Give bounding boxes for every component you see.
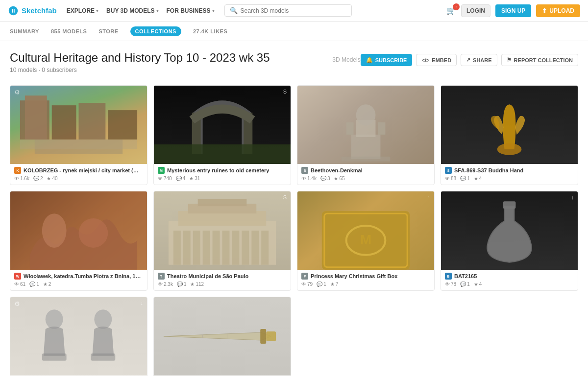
views-count: 2.3k bbox=[164, 282, 173, 287]
svg-point-19 bbox=[79, 218, 108, 248]
svg-rect-44 bbox=[266, 331, 276, 341]
model-card[interactable]: B Beethoven-Denkmal 👁 1.4k 💬 3 ★ 65 bbox=[297, 85, 435, 185]
model-name: Beethoven-Denkmal bbox=[311, 167, 430, 173]
subnav-item-store[interactable]: STORE bbox=[98, 26, 118, 36]
model-icon: P bbox=[301, 273, 308, 280]
flag-icon: ⚑ bbox=[507, 57, 512, 63]
subnav-item-collections[interactable]: COLLECTIONS bbox=[130, 26, 181, 36]
comment-icon: 💬 bbox=[176, 176, 182, 181]
likes-count: 40 bbox=[52, 176, 57, 181]
svg-rect-14 bbox=[378, 122, 385, 135]
cart-button[interactable]: 🛒 ! bbox=[446, 6, 456, 15]
views-stat: 👁 88 bbox=[445, 176, 456, 181]
views-stat: 👁 61 bbox=[14, 282, 25, 287]
subnav-item-summary[interactable]: SUMMARY bbox=[10, 26, 39, 36]
eye-icon: 👁 bbox=[158, 282, 163, 287]
thumb-content bbox=[154, 297, 291, 376]
model-thumbnail bbox=[10, 191, 147, 270]
thumb-content bbox=[154, 86, 291, 164]
nav-buy-models[interactable]: BUY 3D MODELS ▾ bbox=[106, 7, 158, 14]
svg-rect-27 bbox=[203, 231, 210, 265]
login-button[interactable]: LOGIN bbox=[461, 4, 490, 17]
model-info: W Włocławek, katedra.Tumba Piotra z Bnin… bbox=[10, 270, 147, 290]
model-name-row: S SFA-869-S37 Buddha Hand bbox=[445, 167, 574, 174]
star-icon: ★ bbox=[330, 282, 335, 287]
model-thumbnail bbox=[154, 297, 291, 376]
share-button[interactable]: ↗ SHARE bbox=[461, 54, 497, 66]
model-card[interactable]: S T Theatro Municipal de São Paulo 👁 2.3… bbox=[153, 191, 291, 291]
upload-button[interactable]: ⬆ UPLOAD bbox=[536, 4, 580, 17]
signup-button[interactable]: SIGN UP bbox=[495, 4, 531, 17]
model-thumbnail: M ↑ bbox=[297, 191, 434, 270]
business-arrow: ▾ bbox=[212, 8, 215, 13]
model-card[interactable]: S M Mysterious entry ruines to old cemet… bbox=[153, 85, 291, 185]
likes-stat: ★ 4 bbox=[474, 282, 482, 287]
views-stat: 👁 1.6k bbox=[14, 176, 29, 181]
svg-point-16 bbox=[497, 143, 522, 155]
report-button[interactable]: ⚑ REPORT COLLECTION bbox=[501, 54, 578, 66]
model-name: Włocławek, katedra.Tumba Piotra z Bnina,… bbox=[24, 273, 143, 279]
likes-count: 112 bbox=[196, 282, 204, 287]
likes-count: 4 bbox=[479, 282, 482, 287]
cart-badge: ! bbox=[453, 3, 460, 10]
comment-icon: 💬 bbox=[317, 282, 322, 287]
model-name: BAT2165 bbox=[454, 273, 574, 279]
likes-count: 31 bbox=[195, 176, 200, 181]
model-stats: 👁 740 💬 4 ★ 31 bbox=[158, 176, 287, 181]
model-card[interactable]: S SFA-869-S37 Buddha Hand 👁 88 💬 1 ★ 4 bbox=[441, 85, 578, 185]
embed-button[interactable]: </> EMBED bbox=[416, 54, 457, 66]
comment-icon: 💬 bbox=[177, 282, 183, 287]
likes-stat: ★ 4 bbox=[474, 176, 482, 181]
model-stats: 👁 1.4k 💬 3 ★ 65 bbox=[301, 176, 430, 181]
page-content: Cultural Heritage and History Top 10 - 2… bbox=[0, 41, 588, 376]
model-info: P Princess Mary Christmas Gift Box 👁 79 … bbox=[297, 270, 434, 290]
star-icon: ★ bbox=[189, 176, 194, 181]
model-card[interactable]: O Oficerski kordzik Marynarki Wojennej I… bbox=[153, 297, 291, 376]
model-card[interactable]: ⚙ K KOLOBRZEG - rynek miejski / city mar… bbox=[10, 85, 147, 185]
likes-stat: ★ 112 bbox=[190, 282, 204, 287]
views-count: 78 bbox=[451, 282, 456, 287]
header: Sketchfab EXPLORE ▾ BUY 3D MODELS ▾ FOR … bbox=[0, 0, 588, 22]
model-name-row: M Mysterious entry ruines to old cemeter… bbox=[158, 167, 287, 174]
thumb-content bbox=[10, 86, 147, 164]
svg-rect-9 bbox=[154, 144, 291, 164]
comments-count: 1 bbox=[323, 282, 326, 287]
subnav-item-27.4k-likes[interactable]: 27.4K LIKES bbox=[193, 26, 227, 36]
nav-for-business[interactable]: FOR BUSINESS ▾ bbox=[167, 7, 215, 14]
svg-rect-13 bbox=[346, 122, 354, 135]
model-card[interactable]: W Włocławek, katedra.Tumba Piotra z Bnin… bbox=[10, 191, 147, 291]
svg-rect-30 bbox=[232, 231, 239, 265]
logo[interactable]: Sketchfab bbox=[8, 5, 57, 16]
model-card[interactable]: M ↑ P Princess Mary Christmas Gift Box 👁… bbox=[297, 191, 435, 291]
svg-rect-38 bbox=[503, 201, 516, 209]
model-stats: 👁 1.6k 💬 2 ★ 40 bbox=[14, 176, 143, 181]
views-stat: 👁 78 bbox=[445, 282, 456, 287]
svg-rect-3 bbox=[79, 103, 106, 140]
model-card[interactable]: ⚙ ↓ Z 2012.40 Seated Zenki and Koki 👁 30… bbox=[10, 297, 147, 376]
subscribe-button[interactable]: 🔔 SUBSCRIBE bbox=[361, 54, 413, 66]
thumb-content bbox=[441, 191, 578, 270]
likes-stat: ★ 31 bbox=[189, 176, 200, 181]
comments-count: 1 bbox=[184, 282, 187, 287]
model-icon: T bbox=[158, 273, 165, 280]
svg-point-18 bbox=[42, 213, 67, 248]
views-stat: 👁 2.3k bbox=[158, 282, 173, 287]
embed-icon: </> bbox=[421, 57, 429, 63]
model-name: Theatro Municipal de São Paulo bbox=[167, 273, 287, 279]
model-name: KOLOBRZEG - rynek miejski / city market … bbox=[24, 167, 143, 173]
star-icon: ★ bbox=[47, 176, 51, 181]
model-card[interactable]: ↓ B BAT2165 👁 78 💬 1 ★ bbox=[441, 191, 578, 291]
svg-rect-33 bbox=[261, 231, 269, 265]
star-icon: ★ bbox=[474, 282, 478, 287]
model-icon: K bbox=[14, 167, 21, 174]
upload-icon: ⬆ bbox=[542, 7, 547, 14]
views-count: 1.4k bbox=[307, 176, 317, 181]
model-info: B Beethoven-Denkmal 👁 1.4k 💬 3 ★ 65 bbox=[297, 164, 434, 185]
model-thumbnail bbox=[441, 86, 578, 164]
svg-rect-10 bbox=[351, 135, 381, 159]
likes-count: 65 bbox=[339, 176, 344, 181]
subnav-item-855-models[interactable]: 855 MODELS bbox=[51, 26, 87, 36]
nav-explore[interactable]: EXPLORE ▾ bbox=[67, 7, 98, 14]
collection-title: Cultural Heritage and History Top 10 - 2… bbox=[10, 51, 320, 65]
search-input[interactable] bbox=[241, 7, 346, 14]
